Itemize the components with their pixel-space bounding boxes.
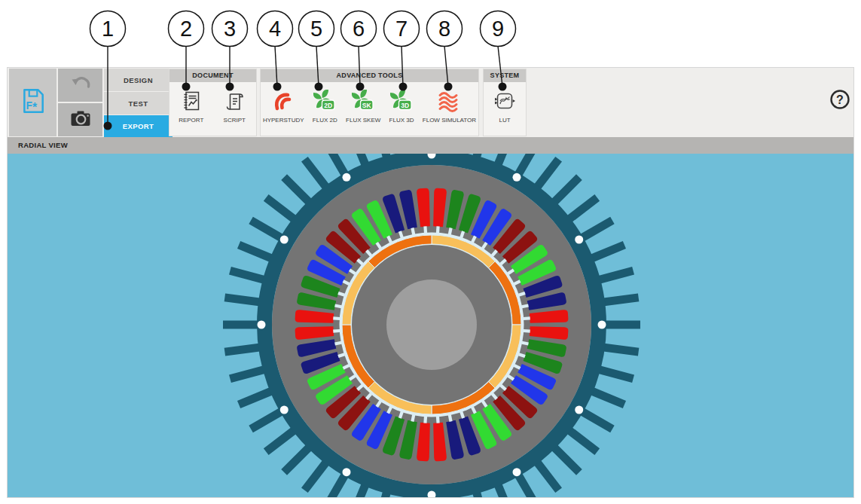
flux-2d-icon: 2D [313, 90, 336, 115]
svg-text:5: 5 [310, 17, 322, 41]
flow-simulator-icon [438, 90, 460, 115]
script-icon [223, 90, 246, 115]
tool-script-label: SCRIPT [224, 117, 246, 124]
svg-text:9: 9 [492, 17, 504, 41]
tool-flux2d[interactable]: 2D FLUX 2D [308, 90, 341, 124]
app-window: F * DESIGN [8, 68, 853, 497]
svg-text:?: ? [836, 93, 844, 106]
ribbon-toolbar: F * DESIGN [8, 68, 853, 137]
report-icon [180, 90, 203, 115]
tool-lut[interactable]: LUT [488, 90, 521, 124]
tab-export[interactable]: EXPORT [104, 115, 173, 137]
callout-circle-4: 4 [258, 11, 293, 47]
question-mark-icon: ? [829, 88, 851, 114]
callout-circle-7: 7 [384, 11, 420, 47]
svg-text:7: 7 [395, 17, 408, 41]
tool-hyperstudy-label: HYPERSTUDY [263, 117, 304, 124]
section-system-title: SYSTEM [484, 69, 526, 82]
svg-text:4: 4 [269, 17, 281, 41]
section-advanced-tools: ADVANCED TOOLS HYPERSTUDY [260, 69, 479, 136]
motor-cross-section [8, 154, 853, 497]
tool-flow-simulator-label: FLOW SIMULATOR [423, 117, 476, 124]
tool-hyperstudy[interactable]: HYPERSTUDY [263, 90, 304, 124]
svg-text:F: F [26, 100, 32, 111]
tool-flux3d-label: FLUX 3D [389, 117, 414, 124]
section-document: DOCUMENT REPORT [169, 69, 257, 136]
tool-flux3d[interactable]: 3D FLUX 3D [385, 90, 418, 124]
callout-circle-8: 8 [427, 11, 463, 47]
callout-circle-2: 2 [169, 11, 204, 47]
section-advanced-tools-title: ADVANCED TOOLS [261, 69, 478, 82]
radial-view-title-bar: RADIAL VIEW [8, 137, 853, 154]
svg-text:2D: 2D [325, 102, 333, 109]
svg-text:6: 6 [353, 17, 365, 41]
save-button[interactable]: F * [9, 69, 56, 136]
tab-design[interactable]: DESIGN [104, 69, 173, 91]
radial-view-title: RADIAL VIEW [18, 141, 68, 149]
callout-circle-6: 6 [341, 11, 377, 47]
tool-flow-simulator[interactable]: FLOW SIMULATOR [423, 90, 476, 124]
tool-fluxskew-label: FLUX SKEW [346, 117, 380, 124]
section-system: SYSTEM LUT [483, 69, 527, 136]
svg-text:8: 8 [438, 17, 450, 41]
tab-test[interactable]: TEST [104, 92, 173, 115]
radial-view-canvas[interactable] [8, 154, 853, 497]
svg-text:1: 1 [102, 17, 114, 41]
undo-button[interactable] [58, 69, 102, 102]
callout-circle-3: 3 [212, 11, 248, 47]
help-button[interactable]: ? [829, 90, 850, 111]
tool-report-label: REPORT [179, 117, 203, 124]
svg-text:SK: SK [362, 102, 372, 109]
tool-lut-label: LUT [499, 117, 510, 124]
callout-circle-1: 1 [90, 11, 126, 47]
hyperstudy-icon [272, 90, 295, 115]
undo-arrow-icon [69, 72, 92, 98]
flux-skew-icon: SK [352, 90, 374, 115]
flux-3d-icon: 3D [390, 90, 413, 115]
svg-text:2: 2 [180, 17, 192, 41]
svg-text:3: 3 [224, 17, 236, 41]
tool-report[interactable]: REPORT [175, 90, 208, 124]
tool-fluxskew[interactable]: SK FLUX SKEW [346, 90, 380, 124]
tool-script[interactable]: SCRIPT [218, 90, 251, 124]
tool-flux2d-label: FLUX 2D [313, 117, 337, 124]
svg-text:*: * [32, 101, 37, 114]
save-disk-icon: F * [19, 87, 47, 118]
section-document-title: DOCUMENT [169, 69, 256, 82]
camera-icon [69, 107, 93, 133]
lut-icon [493, 90, 516, 115]
callout-circle-9: 9 [481, 11, 516, 47]
svg-text:3D: 3D [401, 102, 409, 109]
camera-button[interactable] [58, 103, 102, 136]
callout-circle-5: 5 [299, 11, 334, 47]
